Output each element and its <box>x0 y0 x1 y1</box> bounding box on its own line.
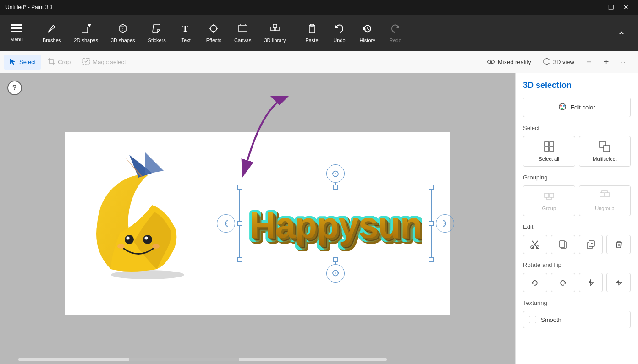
svg-rect-44 <box>604 146 610 152</box>
drawing-canvas[interactable]: Happysun Happysun Happysun <box>65 132 450 315</box>
toolbar-history[interactable]: History <box>354 17 380 49</box>
svg-rect-40 <box>550 142 554 146</box>
toolbar-canvas[interactable]: Canvas <box>229 17 257 49</box>
svg-rect-47 <box>600 193 604 197</box>
action-crop[interactable]: Crop <box>42 55 76 70</box>
toolbar-effects[interactable]: Effects <box>201 17 227 49</box>
right-panel: 3D selection Edit color Select <box>515 73 638 364</box>
handle-mid-left[interactable] <box>237 221 242 226</box>
stickers-icon <box>152 23 162 36</box>
canvas-scrollbar-thumb[interactable] <box>129 358 239 361</box>
handle-top-right[interactable] <box>429 185 434 190</box>
toolbar: Menu Brushes 2D shapes 3D shapes Sticker… <box>0 15 638 51</box>
flip-vertical-button[interactable] <box>579 273 603 292</box>
maximize-button[interactable]: ❐ <box>605 2 618 13</box>
zoom-minus-btn[interactable]: − <box>581 54 597 70</box>
zoom-plus-btn[interactable]: + <box>598 54 615 70</box>
title-bar: Untitled* - Paint 3D — ❐ ✕ <box>0 0 638 15</box>
toolbar-redo-label: Redo <box>390 38 402 43</box>
action-crop-label: Crop <box>58 59 71 65</box>
toolbar-3dlibrary[interactable]: 3D library <box>258 17 291 49</box>
more-options-btn[interactable]: ··· <box>615 56 634 69</box>
svg-text:Happysun: Happysun <box>249 204 422 245</box>
handle-top-mid[interactable] <box>333 185 338 190</box>
cut-button[interactable] <box>523 235 547 254</box>
rotate-bottom-handle[interactable] <box>326 264 345 283</box>
select-arrow-icon <box>9 58 16 67</box>
zoom-plus-icon: + <box>604 57 609 67</box>
3dlibrary-icon <box>270 23 280 36</box>
svg-rect-41 <box>544 147 549 151</box>
toolbar-stickers[interactable]: Stickers <box>143 17 171 49</box>
duplicate-button[interactable] <box>579 235 603 254</box>
toolbar-stickers-label: Stickers <box>148 38 166 43</box>
handle-bottom-right[interactable] <box>429 257 434 262</box>
action-mixed-reality-label: Mixed reality <box>498 59 531 65</box>
toolbar-redo[interactable]: Redo <box>383 17 408 49</box>
action-3d-view[interactable]: 3D view <box>538 55 580 70</box>
edit-color-button[interactable]: Edit color <box>523 98 631 117</box>
rotate-top-handle[interactable] <box>326 164 345 183</box>
action-mixed-reality[interactable]: Mixed reality <box>481 55 537 69</box>
action-select[interactable]: Select <box>4 55 41 70</box>
svg-point-36 <box>560 105 562 107</box>
smooth-row[interactable]: Smooth <box>523 311 631 328</box>
toolbar-brushes[interactable]: Brushes <box>37 17 66 49</box>
rotate-3d-left-handle[interactable] <box>217 214 235 233</box>
svg-point-23 <box>143 235 152 244</box>
action-magic-select[interactable]: Magic select <box>77 55 131 70</box>
toolbar-divider-2 <box>295 22 295 44</box>
svg-point-28 <box>335 173 336 174</box>
canvas-scrollbar[interactable] <box>18 358 387 361</box>
toolbar-divider-1 <box>33 22 33 44</box>
toolbar-2dshapes-label: 2D shapes <box>74 38 98 43</box>
happysun-svg: Happysun Happysun Happysun <box>249 194 422 253</box>
close-button[interactable]: ✕ <box>620 2 632 13</box>
delete-button[interactable] <box>606 235 631 254</box>
canvas-area[interactable]: ? <box>0 73 515 364</box>
character-artwork <box>74 150 230 288</box>
panel-title: 3D selection <box>523 81 631 90</box>
svg-point-26 <box>117 244 125 249</box>
action-bar: Select Crop Magic select Mixed reality 3… <box>0 51 638 73</box>
smooth-checkbox[interactable] <box>529 316 536 323</box>
help-button[interactable]: ? <box>7 81 22 95</box>
handle-bottom-left[interactable] <box>237 257 242 262</box>
paste-icon <box>307 23 317 36</box>
select-all-tile[interactable]: Select all <box>523 136 575 167</box>
toolbar-2dshapes[interactable]: 2D shapes <box>68 17 104 49</box>
toolbar-3dshapes[interactable]: 3D shapes <box>105 17 141 49</box>
svg-point-37 <box>563 105 565 107</box>
handle-top-left[interactable] <box>237 185 242 190</box>
effects-icon <box>209 23 219 36</box>
svg-point-29 <box>335 272 336 274</box>
handle-mid-right[interactable] <box>429 221 434 226</box>
rotate-left-button[interactable] <box>523 273 547 292</box>
svg-text:T: T <box>182 24 188 33</box>
rotate-3d-right-handle[interactable] <box>436 214 454 233</box>
group-tile[interactable]: Group <box>523 185 575 216</box>
minimize-button[interactable]: — <box>589 2 603 13</box>
more-options-icon: ··· <box>621 59 629 66</box>
toolbar-menu[interactable]: Menu <box>4 17 29 49</box>
toolbar-text[interactable]: T Text <box>173 17 199 49</box>
undo-icon <box>334 23 344 36</box>
rotate-right-button[interactable] <box>551 273 575 292</box>
copy-button[interactable] <box>551 235 575 254</box>
text-selection-box[interactable]: Happysun Happysun Happysun <box>239 187 432 260</box>
svg-marker-4 <box>88 24 91 27</box>
toolbar-paste[interactable]: Paste <box>299 17 324 49</box>
crop-icon <box>48 58 55 67</box>
flip-horizontal-button[interactable] <box>606 273 631 292</box>
menu-icon <box>11 24 22 35</box>
svg-point-17 <box>490 60 492 63</box>
toolbar-undo[interactable]: Undo <box>326 17 352 49</box>
multiselect-tile[interactable]: Multiselect <box>579 136 631 167</box>
mixed-reality-icon <box>487 58 495 66</box>
ungroup-tile[interactable]: Ungroup <box>579 185 631 216</box>
toolbar-3dlibrary-label: 3D library <box>264 38 286 43</box>
svg-rect-46 <box>550 193 554 197</box>
handle-bottom-mid[interactable] <box>333 257 338 262</box>
toolbar-collapse[interactable] <box>609 17 634 49</box>
toolbar-undo-label: Undo <box>333 38 345 43</box>
